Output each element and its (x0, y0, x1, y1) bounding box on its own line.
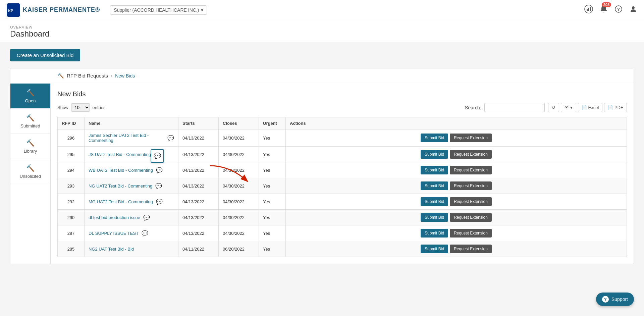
excel-export-button[interactable]: 📄 Excel (578, 103, 602, 112)
bid-name-link[interactable]: MG UAT2 Test Bid - Commenting (89, 199, 153, 204)
submit-bid-button[interactable]: Submit Bid (421, 181, 448, 190)
sidebar-item-submitted-label: Submitted (20, 123, 40, 128)
name-cell: JS UAT2 Test Bid - Commenting💬 (85, 147, 178, 162)
comment-tooltip[interactable]: 💬 (151, 149, 164, 163)
closes-cell: 04/30/2022 (219, 129, 259, 147)
support-icon: ? (602, 296, 609, 303)
urgent-cell: Yes (259, 162, 286, 178)
table-row: 294WB UAT2 Test Bid - Commenting💬04/13/2… (58, 162, 627, 178)
submit-bid-button[interactable]: Submit Bid (421, 229, 448, 238)
comment-icon[interactable]: 💬 (156, 199, 163, 205)
user-profile-icon-btn[interactable] (629, 5, 637, 15)
urgent-cell: Yes (259, 178, 286, 194)
starts-cell: 04/13/2022 (178, 210, 219, 225)
search-input[interactable] (484, 103, 545, 112)
actions-cell: Submit BidRequest Extension (286, 162, 627, 178)
urgent-cell: Yes (259, 194, 286, 210)
comment-icon[interactable]: 💬 (156, 167, 163, 173)
submit-bid-button[interactable]: Submit Bid (421, 213, 448, 222)
bid-name-link[interactable]: WB UAT2 Test Bid - Commenting (89, 168, 153, 173)
starts-cell: 04/13/2022 (178, 178, 219, 194)
entries-label: entries (93, 105, 106, 110)
request-extension-button[interactable]: Request Extension (450, 197, 492, 206)
col-urgent: Urgent (259, 117, 286, 129)
svg-text:KP: KP (8, 8, 13, 12)
closes-cell: 04/30/2022 (219, 225, 259, 241)
table-header-row: RFP ID Name Starts Closes Urgent Actions (58, 117, 627, 129)
submit-bid-button[interactable]: Submit Bid (421, 197, 448, 206)
request-extension-button[interactable]: Request Extension (450, 166, 492, 174)
request-extension-button[interactable]: Request Extension (450, 150, 492, 159)
starts-cell: 04/13/2022 (178, 225, 219, 241)
library-icon: 🔨 (26, 139, 35, 147)
rfp-sub-nav: New Bids (115, 73, 135, 78)
supplier-dropdown-icon: ▾ (201, 7, 203, 13)
comment-bubble-icon: 💬 (154, 152, 161, 160)
view-columns-button[interactable]: 👁 ▾ (561, 103, 576, 112)
pdf-export-button[interactable]: 📄 PDF (604, 103, 627, 112)
name-cell: DL SUPPLY ISSUE TEST💬 (85, 225, 178, 241)
urgent-cell: Yes (259, 225, 286, 241)
bid-name-link[interactable]: NG UAT2 Test Bid - Commenting (89, 183, 152, 189)
submit-bid-button[interactable]: Submit Bid (421, 150, 448, 159)
notification-badge: 203 (602, 2, 611, 7)
analytics-icon-btn[interactable] (584, 5, 593, 15)
svg-rect-3 (587, 9, 588, 11)
submit-bid-button[interactable]: Submit Bid (421, 245, 448, 253)
svg-point-8 (632, 6, 635, 9)
submit-bid-button[interactable]: Submit Bid (421, 134, 448, 142)
table-subtitle: New Bids (57, 90, 627, 98)
support-label: Support (611, 297, 628, 302)
request-extension-button[interactable]: Request Extension (450, 181, 492, 190)
unsolicited-icon: 🔨 (26, 164, 35, 172)
sidebar-item-submitted[interactable]: 🔨 Submitted (10, 109, 50, 134)
main-content: Create an Unsolicited Bid 🔨 RFP Bid Requ… (0, 42, 644, 316)
closes-cell: 04/30/2022 (219, 147, 259, 162)
bid-name-link[interactable]: JS UAT2 Test Bid - Commenting (89, 152, 151, 157)
submit-bid-button[interactable]: Submit Bid (421, 166, 448, 174)
bids-table: RFP ID Name Starts Closes Urgent Actions… (57, 117, 627, 257)
bid-name-link[interactable]: dl test bid production issue (89, 215, 140, 220)
supplier-selector[interactable]: Supplier (ACCORD HEALTHCARE INC.) ▾ (110, 5, 207, 15)
table-row: 285NG2 UAT Test Bid - Bid04/11/202206/20… (58, 241, 627, 257)
sidebar-item-unsolicited[interactable]: 🔨 Unsolicited (10, 159, 50, 184)
rfp-section-title: RFP Bid Requests (67, 73, 108, 78)
comment-icon[interactable]: 💬 (167, 135, 174, 141)
open-icon: 🔨 (26, 89, 35, 97)
bid-name-link[interactable]: DL SUPPLY ISSUE TEST (89, 231, 139, 236)
actions-cell: Submit BidRequest Extension (286, 194, 627, 210)
request-extension-button[interactable]: Request Extension (450, 213, 492, 222)
col-closes: Closes (219, 117, 259, 129)
rfp-id-cell: 294 (58, 162, 85, 178)
content-area: New Bids Show 10 25 50 100 entries Searc… (51, 84, 634, 264)
comment-icon[interactable]: 💬 (143, 214, 150, 221)
request-extension-button[interactable]: Request Extension (450, 134, 492, 142)
support-button[interactable]: ? Support (596, 293, 634, 306)
closes-cell: 04/30/2022 (219, 210, 259, 225)
entries-select[interactable]: 10 25 50 100 (71, 103, 90, 112)
sidebar-item-open[interactable]: 🔨 Open (10, 84, 50, 109)
request-extension-button[interactable]: Request Extension (450, 229, 492, 238)
refresh-button[interactable]: ↺ (548, 103, 559, 112)
supplier-label: Supplier (ACCORD HEALTHCARE INC.) (114, 7, 199, 13)
logo-text: KAISER PERMANENTE® (23, 6, 100, 13)
closes-cell: 04/30/2022 (219, 194, 259, 210)
table-row: 293NG UAT2 Test Bid - Commenting💬04/13/2… (58, 178, 627, 194)
rfp-id-cell: 285 (58, 241, 85, 257)
comment-icon[interactable]: 💬 (142, 230, 148, 236)
actions-cell: Submit BidRequest Extension (286, 129, 627, 147)
name-cell: dl test bid production issue💬 (85, 210, 178, 225)
notification-icon-btn[interactable]: 203 (600, 5, 608, 15)
urgent-cell: Yes (259, 210, 286, 225)
name-cell: NG UAT2 Test Bid - Commenting💬 (85, 178, 178, 194)
page-title: Dashboard (10, 29, 634, 39)
svg-text:?: ? (617, 7, 620, 12)
sidebar-item-library[interactable]: 🔨 Library (10, 134, 50, 159)
request-extension-button[interactable]: Request Extension (450, 245, 492, 253)
help-icon-btn[interactable]: ? (614, 5, 623, 15)
bid-name-link[interactable]: NG2 UAT Test Bid - Bid (89, 247, 134, 252)
col-actions: Actions (286, 117, 627, 129)
bid-name-link[interactable]: James Sechler UAT2 Test Bid - Commenting (89, 133, 164, 143)
comment-icon[interactable]: 💬 (155, 183, 162, 189)
create-unsolicited-bid-button[interactable]: Create an Unsolicited Bid (10, 49, 80, 61)
